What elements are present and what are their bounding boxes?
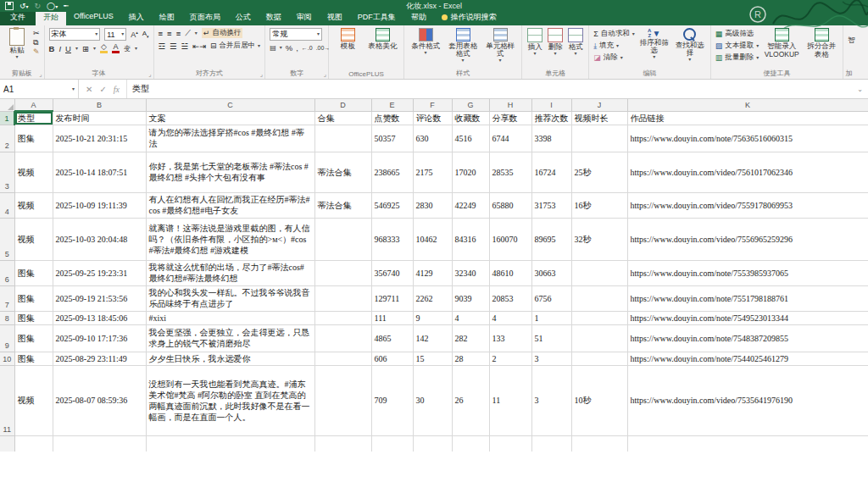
cell[interactable]: 28 (452, 352, 489, 365)
cell[interactable]: 4129 (413, 260, 452, 285)
cell[interactable]: 9039 (452, 285, 489, 311)
enter-icon[interactable]: ✓ (99, 85, 106, 94)
ribbon-tab[interactable]: 审阅 (289, 10, 320, 25)
cell[interactable]: 160070 (489, 218, 531, 260)
row-header[interactable]: 8 (0, 311, 14, 324)
cell[interactable]: 133 (489, 324, 531, 352)
cell[interactable]: https://www.douyin.com/note/754952301334… (627, 311, 868, 324)
cell[interactable]: 2175 (413, 152, 452, 192)
cell[interactable]: 6744 (489, 125, 531, 152)
cell[interactable]: 4 (489, 311, 531, 324)
column-header[interactable]: C (146, 99, 314, 111)
sort-filter-button[interactable]: AZ▼ 排序和筛选 ▾ (638, 28, 670, 59)
cell[interactable]: 推荐次数 (531, 111, 571, 125)
ribbon-tab[interactable]: 绘图 (152, 10, 182, 25)
insert-function-icon[interactable]: fx (114, 85, 120, 94)
cell[interactable]: 2262 (413, 285, 452, 311)
cell[interactable]: https://www.douyin.com/video/75569652592… (627, 218, 868, 260)
cell[interactable]: 视频 (14, 152, 53, 192)
cell[interactable]: https://www.douyin.com/video/75591780699… (627, 192, 868, 218)
cell[interactable] (314, 125, 371, 152)
dialog-launcher-icon[interactable]: ⌟ (39, 71, 42, 78)
cell[interactable]: 2 (489, 352, 531, 365)
column-header[interactable]: F (413, 99, 452, 111)
cell[interactable]: 3 (531, 352, 571, 365)
cell[interactable]: 2025-10-21 20:31:15 (53, 125, 146, 152)
wrap-text-button[interactable]: ↵ 自动换行 (202, 28, 243, 38)
cell[interactable]: 请为您的蒂法选择穿搭#cos #最终幻想 #蒂法 (146, 125, 314, 152)
text-extract-button[interactable]: ▨ 文本提取▾ (715, 41, 760, 51)
cell[interactable] (571, 324, 627, 352)
select-all-corner[interactable] (0, 99, 14, 111)
align-middle-icon[interactable]: ≡ (167, 29, 172, 38)
cell[interactable]: 32秒 (571, 218, 627, 260)
cell[interactable]: https://www.douyin.com/video/75356419761… (627, 365, 868, 435)
cell[interactable] (571, 311, 627, 324)
column-header[interactable]: G (452, 99, 489, 111)
cell[interactable]: 图集 (14, 260, 53, 285)
row-header[interactable]: 10 (0, 352, 14, 365)
cell[interactable]: 视频 (14, 192, 53, 218)
cell[interactable] (314, 260, 371, 285)
grow-font-button[interactable]: A▴ (131, 30, 138, 39)
tell-me-search[interactable]: 操作说明搜索 (434, 10, 504, 25)
cell[interactable]: 傍晚的风带着湖湾特有的咸湿，我骑着单车，车筐里的小狗探着头东张西望，在石板路上慢… (146, 435, 314, 452)
bold-button[interactable]: B (49, 44, 55, 53)
cell[interactable]: 2830 (413, 192, 452, 218)
cell[interactable]: 收藏数 (452, 111, 489, 125)
row-header[interactable]: 7 (0, 285, 14, 311)
cell[interactable]: 48610 (489, 260, 531, 285)
row-header[interactable]: 5 (0, 218, 14, 260)
cell[interactable]: 11 (489, 365, 531, 435)
ribbon-tab[interactable]: 插入 (121, 10, 152, 25)
cell[interactable]: 13秒 (571, 435, 627, 452)
cell[interactable]: 238665 (371, 152, 413, 192)
smart-entry-vlookup-button[interactable]: 智能录入 VLOOKUP (762, 28, 801, 58)
cell[interactable]: 视频 (14, 218, 53, 260)
cell[interactable] (314, 324, 371, 352)
underline-button[interactable]: U (65, 44, 71, 53)
format-cells-button[interactable]: 格式 ▾ (567, 28, 584, 56)
dialog-launcher-icon[interactable]: ⌟ (148, 71, 151, 78)
cell[interactable]: 65880 (489, 192, 531, 218)
cell[interactable]: 10秒 (571, 365, 627, 435)
cell[interactable]: 图集 (14, 285, 53, 311)
font-color-button[interactable]: A (112, 43, 120, 53)
cell[interactable]: 3398 (531, 125, 571, 152)
cell[interactable]: 2025-09-25 19:23:31 (53, 260, 146, 285)
font-name-combo[interactable]: 宋体 ▾ (49, 28, 101, 41)
ribbon-tab[interactable]: 开始 (36, 10, 66, 25)
ribbon-tab[interactable]: 帮助 (403, 10, 434, 25)
row-header[interactable]: 9 (0, 324, 14, 352)
ribbon-tab[interactable]: 视图 (320, 10, 350, 25)
cell[interactable]: 蒂法合集 (314, 152, 371, 192)
cell[interactable]: 2025-07-22 20:13:26 (53, 435, 146, 452)
align-center-icon[interactable]: ☰ (170, 42, 177, 51)
cell[interactable]: 20853 (489, 285, 531, 311)
cell[interactable]: 1 (531, 311, 571, 324)
cell[interactable] (314, 365, 371, 435)
ribbon-tab[interactable]: 文件 (0, 10, 36, 25)
column-header[interactable]: A (14, 99, 53, 111)
cell[interactable] (571, 285, 627, 311)
cell[interactable]: 2025-10-09 19:11:39 (53, 192, 146, 218)
cell[interactable]: 30 (413, 365, 452, 435)
cell[interactable]: 31753 (531, 192, 571, 218)
percent-style-button[interactable]: % (286, 43, 292, 53)
cell[interactable]: 6756 (531, 285, 571, 311)
cell[interactable]: 没想到有一天我也能看到梵高真迹。#浦东美术馆#梵高 #阿尔勒的卧室 直到在梵高的… (146, 365, 314, 435)
cell[interactable]: 视频 (14, 435, 53, 452)
row-header[interactable]: 4 (0, 192, 14, 218)
cell[interactable] (571, 125, 627, 152)
cell[interactable]: 2025-10-03 20:04:48 (53, 218, 146, 260)
cell[interactable]: 2025-10-14 18:07:51 (53, 152, 146, 192)
cell[interactable]: https://www.douyin.com/video/75610170623… (627, 152, 868, 192)
cell[interactable]: 我会更坚强，会更独立，会走得更远，只恳求身上的锐气不被消磨殆尽 (146, 324, 314, 352)
cell[interactable]: https://www.douyin.com/note/755398593706… (627, 260, 868, 285)
formula-bar-value[interactable]: 类型 (127, 83, 852, 95)
cell[interactable]: 文案 (146, 111, 314, 125)
cell[interactable]: 2025-08-07 08:59:36 (53, 365, 146, 435)
cancel-icon[interactable]: ✕ (86, 85, 92, 94)
cell[interactable]: 2025-08-29 23:11:49 (53, 352, 146, 365)
cell[interactable]: 图集 (14, 324, 53, 352)
